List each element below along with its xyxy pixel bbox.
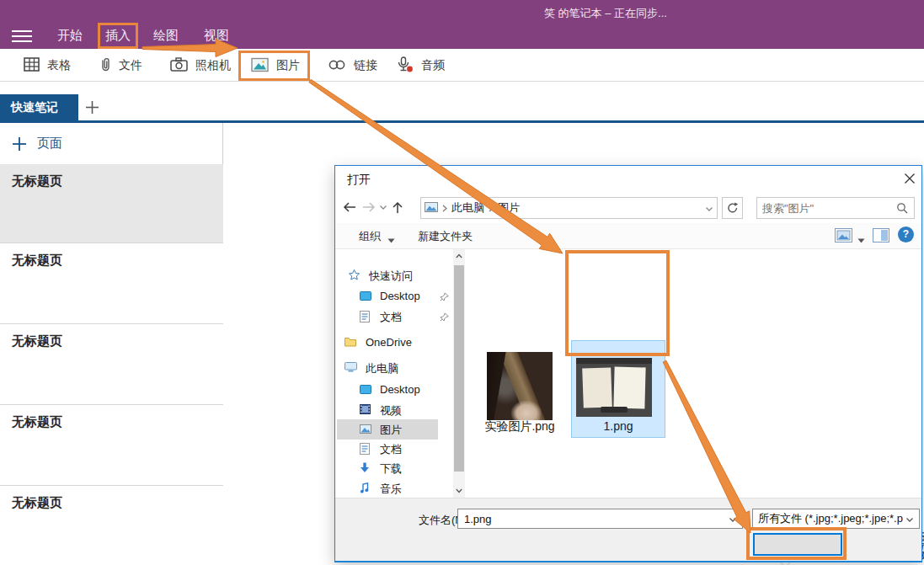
view-dropdown-icon[interactable] — [857, 233, 865, 246]
hamburger-menu-icon[interactable] — [12, 30, 32, 42]
nav-item-documents-pinned[interactable]: 文档 — [337, 306, 451, 327]
breadcrumb-this-pc[interactable]: 此电脑 — [451, 200, 484, 216]
navigation-tree: 快速访问 Desktop 文档 OneDrive 此电脑 — [337, 249, 453, 498]
pictures-icon — [360, 424, 371, 436]
nav-item-label: 图片 — [380, 423, 402, 438]
refresh-icon[interactable] — [722, 197, 743, 219]
chevron-down-icon — [905, 517, 914, 523]
nav-item-desktop-pinned[interactable]: Desktop — [337, 286, 451, 306]
address-box[interactable]: 此电脑 图片 — [420, 197, 718, 219]
nav-item-label: 文档 — [380, 442, 402, 457]
paperclip-icon — [99, 56, 111, 76]
close-icon[interactable] — [903, 172, 918, 187]
nav-item-documents[interactable]: 文档 — [337, 439, 451, 459]
add-page-button[interactable]: 页面 — [0, 131, 223, 159]
music-note-icon — [360, 482, 370, 496]
page-item[interactable]: 无标题页 — [0, 243, 223, 323]
breadcrumb-chevron-icon — [489, 202, 494, 215]
view-thumbnails-icon[interactable] — [835, 228, 852, 245]
file-thumbnail-1png[interactable] — [576, 358, 652, 417]
nav-item-label: 音乐 — [380, 482, 402, 497]
back-arrow-icon[interactable] — [342, 201, 357, 213]
section-tab-quick-notes[interactable]: 快速笔记 — [0, 94, 78, 120]
organize-button[interactable]: 组织 — [359, 229, 381, 244]
organize-dropdown-icon[interactable] — [387, 233, 395, 246]
tree-scrollbar[interactable] — [453, 249, 465, 498]
help-icon[interactable]: ? — [898, 227, 914, 243]
dialog-title-bar: 打开 — [335, 166, 921, 193]
file-thumbnail-experiment-image[interactable] — [487, 352, 553, 420]
table-button-label: 表格 — [47, 58, 71, 73]
nav-item-downloads[interactable]: 下载 — [337, 458, 451, 478]
ribbon-tab-bar: 开始 插入 绘图 视图 — [0, 24, 924, 49]
forward-arrow-icon[interactable] — [361, 201, 377, 213]
nav-item-quick-access[interactable]: 快速访问 — [337, 265, 451, 285]
audio-button[interactable]: 音频 — [396, 56, 445, 75]
page-item[interactable]: 无标题页 — [0, 404, 223, 485]
recent-locations-chevron-icon[interactable] — [379, 201, 387, 213]
nav-item-videos[interactable]: 视频 — [337, 400, 451, 420]
scroll-down-icon[interactable] — [456, 488, 462, 493]
nav-item-label: OneDrive — [366, 336, 412, 349]
file-name-label[interactable]: 实验图片.png — [470, 419, 569, 434]
tab-draw[interactable]: 绘图 — [153, 28, 179, 44]
picture-icon — [251, 57, 269, 75]
titlebar — [0, 0, 924, 24]
section-bar: 快速笔记 — [0, 93, 924, 123]
scrollbar-thumb[interactable] — [454, 265, 464, 472]
breadcrumb-pictures[interactable]: 图片 — [498, 200, 520, 216]
nav-item-label: 视频 — [380, 403, 402, 418]
filename-combobox — [457, 509, 743, 529]
page-item[interactable]: 无标题页 — [0, 485, 223, 565]
picture-button-label: 图片 — [276, 58, 300, 73]
dialog-footer: 文件名(N): 所有文件 (*.jpg;*.jpeg;*.jpe;*.p — [335, 498, 921, 561]
notebook-title: 笑 的笔记本 – 正在同步... — [544, 6, 667, 21]
add-section-button[interactable] — [85, 100, 99, 115]
camera-icon — [170, 57, 188, 74]
tab-view[interactable]: 视图 — [204, 28, 229, 44]
search-icon[interactable] — [896, 202, 908, 214]
file-attach-button[interactable]: 文件 — [99, 56, 142, 75]
filetype-value: 所有文件 (*.jpg;*.jpeg;*.jpe;*.p — [758, 512, 903, 525]
tab-home[interactable]: 开始 — [57, 28, 83, 44]
insert-toolbar: 表格 文件 照相机 图片 链接 音频 — [0, 49, 924, 82]
chevron-down-icon[interactable] — [729, 517, 737, 523]
nav-item-pictures-selected[interactable]: 图片 — [337, 419, 438, 440]
link-icon — [328, 59, 346, 73]
nav-item-onedrive[interactable]: OneDrive — [337, 333, 451, 353]
desktop-icon — [360, 290, 371, 303]
folder-icon — [344, 337, 356, 349]
scroll-up-icon[interactable] — [456, 253, 462, 259]
camera-button[interactable]: 照相机 — [170, 56, 231, 75]
up-arrow-icon[interactable] — [391, 201, 406, 213]
open-button[interactable] — [753, 533, 842, 556]
folder-picture-icon — [425, 202, 438, 215]
new-folder-button[interactable]: 新建文件夹 — [418, 229, 473, 244]
nav-item-label: 快速访问 — [369, 269, 413, 284]
nav-item-label: 文档 — [380, 310, 402, 325]
page-item-selected[interactable]: 无标题页 — [0, 164, 223, 243]
table-button[interactable]: 表格 — [24, 56, 71, 75]
table-icon — [24, 57, 40, 74]
nav-item-label: Desktop — [380, 383, 420, 396]
dialog-body: 快速访问 Desktop 文档 OneDrive 此电脑 — [335, 249, 921, 498]
picture-button[interactable]: 图片 — [251, 56, 300, 75]
filename-input[interactable] — [464, 512, 717, 525]
thumbnail-titlebar — [576, 358, 652, 364]
link-button[interactable]: 链接 — [328, 56, 377, 75]
preview-pane-icon[interactable] — [873, 228, 889, 245]
nav-item-music[interactable]: 音乐 — [337, 478, 451, 498]
dialog-command-bar: 组织 新建文件夹 ? — [335, 223, 921, 249]
file-name-label[interactable]: 1.png — [572, 419, 665, 434]
nav-item-desktop[interactable]: Desktop — [337, 380, 451, 400]
audio-button-label: 音频 — [421, 58, 445, 73]
nav-item-this-pc[interactable]: 此电脑 — [337, 358, 451, 378]
tab-insert[interactable]: 插入 — [105, 28, 131, 44]
page-item[interactable]: 无标题页 — [0, 323, 223, 404]
search-input[interactable] — [762, 200, 890, 216]
filetype-dropdown[interactable]: 所有文件 (*.jpg;*.jpeg;*.jpe;*.p — [752, 509, 920, 529]
nav-item-label: 下载 — [380, 461, 402, 477]
camera-button-label: 照相机 — [195, 58, 231, 73]
document-icon — [360, 443, 370, 457]
address-dropdown-chevron-icon[interactable] — [705, 202, 713, 215]
